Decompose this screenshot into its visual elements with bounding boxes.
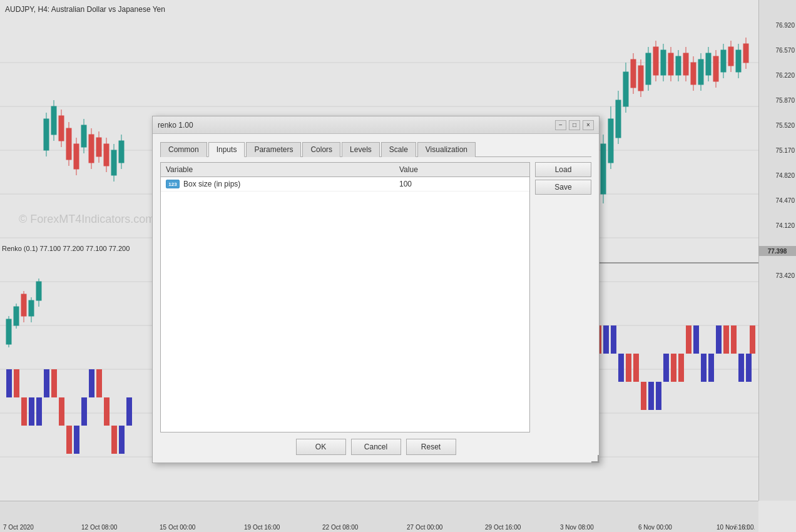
save-button[interactable]: Save — [535, 180, 591, 195]
variable-value: 100 — [399, 180, 524, 188]
cancel-button[interactable]: Cancel — [351, 439, 401, 455]
dialog-controls: − □ × — [555, 120, 594, 130]
tab-common[interactable]: Common — [160, 142, 207, 157]
column-variable-header: Variable — [166, 165, 399, 174]
tab-inputs[interactable]: Inputs — [208, 142, 245, 157]
dialog-title: renko 1.00 — [158, 121, 193, 130]
reset-button[interactable]: Reset — [406, 439, 456, 455]
tab-bar: Common Inputs Parameters Colors Levels S… — [160, 141, 591, 157]
close-button[interactable]: × — [583, 120, 594, 130]
tab-scale[interactable]: Scale — [381, 142, 416, 157]
load-save-buttons: Load Save — [535, 162, 591, 432]
minimize-button[interactable]: − — [555, 120, 566, 130]
inputs-table: Variable Value 123 Box size (in pips) 10… — [160, 162, 530, 432]
variable-type-icon: 123 — [166, 180, 180, 188]
column-value-header: Value — [399, 165, 524, 174]
table-row[interactable]: 123 Box size (in pips) 100 — [161, 177, 529, 192]
dialog-content: Common Inputs Parameters Colors Levels S… — [153, 134, 599, 463]
tab-levels[interactable]: Levels — [342, 142, 380, 157]
resize-handle[interactable] — [591, 455, 599, 463]
tab-visualization[interactable]: Visualization — [417, 142, 476, 157]
load-button[interactable]: Load — [535, 162, 591, 177]
ok-button[interactable]: OK — [296, 439, 346, 455]
tab-colors[interactable]: Colors — [302, 142, 340, 157]
maximize-button[interactable]: □ — [569, 120, 580, 130]
table-header: Variable Value — [161, 163, 529, 177]
dialog-window: renko 1.00 − □ × Common Inputs Parameter… — [152, 116, 600, 463]
tab-parameters[interactable]: Parameters — [246, 142, 301, 157]
variable-name: Box size (in pips) — [183, 180, 399, 188]
dialog-overlay: renko 1.00 − □ × Common Inputs Parameter… — [0, 0, 796, 532]
dialog-titlebar: renko 1.00 − □ × — [153, 116, 599, 134]
